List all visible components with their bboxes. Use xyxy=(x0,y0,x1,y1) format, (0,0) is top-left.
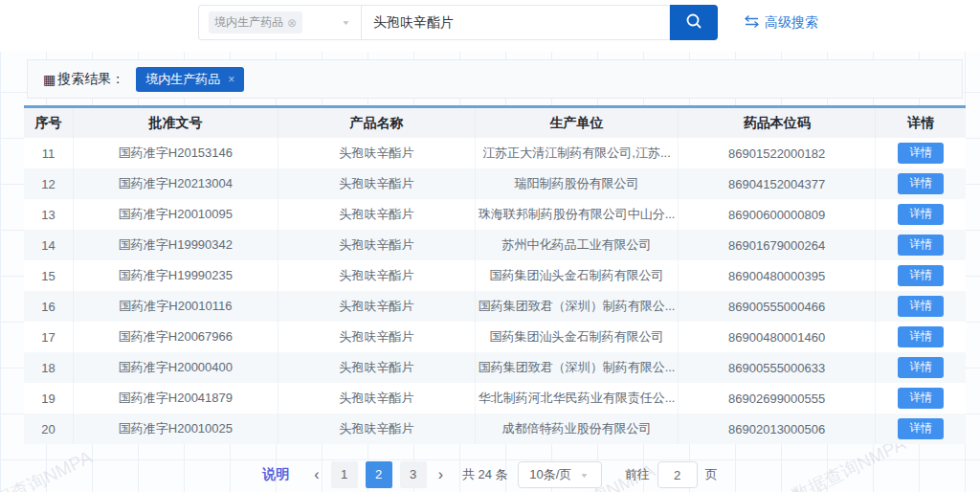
table-row: 17国药准字H20067966头孢呋辛酯片国药集团汕头金石制药有限公司86900… xyxy=(24,322,966,352)
advanced-search-link[interactable]: 高级搜索 xyxy=(745,5,818,40)
cell-product-name: 头孢呋辛酯片 xyxy=(278,199,477,230)
goto-label: 前往 xyxy=(625,466,650,483)
column-header-detail: 详情 xyxy=(876,108,965,138)
column-header-product-name: 产品名称 xyxy=(278,108,477,138)
detail-button[interactable]: 详情 xyxy=(898,296,944,317)
note-link[interactable]: 说明 xyxy=(262,466,289,483)
cell-approval-no: 国药准字H20010025 xyxy=(74,414,278,444)
cell-product-name: 头孢呋辛酯片 xyxy=(278,291,477,322)
total-count-label: 共 24 条 xyxy=(462,466,508,483)
column-header-index: 序号 xyxy=(24,108,74,138)
cell-detail: 详情 xyxy=(876,199,965,230)
cell-manufacturer: 国药集团汕头金石制药有限公司 xyxy=(476,322,679,352)
search-bar: 境内生产药品 ⊗ ▼ 高级搜索 xyxy=(198,5,818,40)
detail-button[interactable]: 详情 xyxy=(898,235,944,256)
cell-approval-no: 国药准字H20000400 xyxy=(74,352,278,383)
cell-approval-no: 国药准字H19990235 xyxy=(74,260,278,291)
goto-page-input[interactable] xyxy=(657,461,698,488)
cell-manufacturer: 国药集团致君（深圳）制药有限公... xyxy=(476,352,679,383)
cell-code: 86900555000466 xyxy=(679,291,877,322)
cell-manufacturer: 苏州中化药品工业有限公司 xyxy=(476,230,679,260)
detail-button[interactable]: 详情 xyxy=(898,204,944,225)
active-filter-tag[interactable]: 境内生产药品 × xyxy=(136,67,244,92)
detail-button[interactable]: 详情 xyxy=(898,326,944,347)
cell-detail: 详情 xyxy=(876,138,965,168)
cell-product-name: 头孢呋辛酯片 xyxy=(278,138,477,168)
cell-approval-no: 国药准字H20153146 xyxy=(74,138,278,168)
page-button-2[interactable]: 2 xyxy=(366,461,392,488)
detail-button[interactable]: 详情 xyxy=(898,143,944,164)
grid-icon: ▦ xyxy=(43,72,56,87)
advanced-search-label: 高级搜索 xyxy=(765,14,818,32)
detail-button[interactable]: 详情 xyxy=(898,265,944,286)
chevron-down-icon: ▼ xyxy=(342,19,351,26)
cell-code: 86901522000182 xyxy=(679,138,877,168)
cell-index: 11 xyxy=(24,138,74,168)
column-header-manufacturer: 生产单位 xyxy=(476,108,679,138)
detail-button[interactable]: 详情 xyxy=(898,357,944,378)
cell-product-name: 头孢呋辛酯片 xyxy=(278,230,477,260)
cell-code: 86900555000633 xyxy=(679,352,877,383)
column-header-approval-no: 批准文号 xyxy=(74,108,278,138)
search-input[interactable] xyxy=(361,5,670,40)
category-select[interactable]: 境内生产药品 ⊗ ▼ xyxy=(198,5,361,40)
cell-index: 16 xyxy=(24,291,74,322)
cell-index: 17 xyxy=(24,322,74,352)
category-tag-close-icon[interactable]: ⊗ xyxy=(287,16,297,30)
cell-manufacturer: 成都倍特药业股份有限公司 xyxy=(476,414,679,444)
search-icon xyxy=(684,11,703,34)
cell-index: 20 xyxy=(24,414,74,444)
cell-product-name: 头孢呋辛酯片 xyxy=(278,352,477,383)
cell-approval-no: 国药准字H20067966 xyxy=(74,322,278,352)
prev-page-icon[interactable]: ‹ xyxy=(306,461,326,488)
cell-detail: 详情 xyxy=(876,168,965,199)
page-button-3[interactable]: 3 xyxy=(400,461,427,488)
results-table: 序号 批准文号 产品名称 生产单位 药品本位码 详情 11国药准字H201531… xyxy=(24,105,966,444)
column-header-code: 药品本位码 xyxy=(679,108,877,138)
cell-index: 13 xyxy=(24,199,74,230)
cell-index: 18 xyxy=(24,352,74,383)
cell-product-name: 头孢呋辛酯片 xyxy=(278,414,477,444)
table-row: 20国药准字H20010025头孢呋辛酯片成都倍特药业股份有限公司8690201… xyxy=(24,414,966,444)
detail-button[interactable]: 详情 xyxy=(898,388,944,409)
page-button-1[interactable]: 1 xyxy=(331,461,358,488)
search-button[interactable] xyxy=(670,5,718,40)
active-filter-tag-close-icon[interactable]: × xyxy=(228,73,234,86)
cell-detail: 详情 xyxy=(876,291,965,322)
category-tag-label: 境内生产药品 xyxy=(214,14,283,31)
cell-product-name: 头孢呋辛酯片 xyxy=(278,260,477,291)
cell-code: 86900600000809 xyxy=(679,199,877,230)
cell-code: 86902013000506 xyxy=(679,414,877,444)
table-row: 13国药准字H20010095头孢呋辛酯片珠海联邦制药股份有限公司中山分...8… xyxy=(24,199,966,230)
table-row: 11国药准字H20153146头孢呋辛酯片江苏正大清江制药有限公司,江苏...8… xyxy=(24,138,966,168)
cell-approval-no: 国药准字H20010095 xyxy=(74,199,278,230)
pager-pages: 123 xyxy=(327,461,431,488)
chevron-down-icon: ▼ xyxy=(580,472,590,479)
table-body: 11国药准字H20153146头孢呋辛酯片江苏正大清江制药有限公司,江苏...8… xyxy=(24,138,966,444)
cell-manufacturer: 华北制药河北华民药业有限责任公... xyxy=(476,383,679,414)
cell-index: 15 xyxy=(24,260,74,291)
cell-code: 86904152004377 xyxy=(679,168,877,199)
sliders-icon xyxy=(745,14,759,31)
category-tag[interactable]: 境内生产药品 ⊗ xyxy=(209,11,302,34)
detail-button[interactable]: 详情 xyxy=(898,173,944,194)
table-row: 16国药准字H20010116头孢呋辛酯片国药集团致君（深圳）制药有限公...8… xyxy=(24,291,966,322)
cell-manufacturer: 珠海联邦制药股份有限公司中山分... xyxy=(476,199,679,230)
cell-detail: 详情 xyxy=(876,322,965,352)
cell-detail: 详情 xyxy=(876,414,965,444)
page-size-select[interactable]: 10条/页 ▼ xyxy=(518,461,602,488)
next-page-icon[interactable]: › xyxy=(431,461,451,488)
cell-code: 86900480001460 xyxy=(679,322,877,352)
cell-manufacturer: 江苏正大清江制药有限公司,江苏... xyxy=(476,138,679,168)
cell-index: 14 xyxy=(24,230,74,260)
cell-detail: 详情 xyxy=(876,230,965,260)
cell-index: 19 xyxy=(24,383,74,414)
cell-manufacturer: 国药集团致君（深圳）制药有限公... xyxy=(476,291,679,322)
cell-approval-no: 国药准字H19990342 xyxy=(74,230,278,260)
cell-manufacturer: 国药集团汕头金石制药有限公司 xyxy=(476,260,679,291)
cell-index: 12 xyxy=(24,168,74,199)
cell-code: 86900480000395 xyxy=(679,260,877,291)
table-header-row: 序号 批准文号 产品名称 生产单位 药品本位码 详情 xyxy=(24,108,966,138)
results-label: 搜索结果： xyxy=(57,71,124,88)
detail-button[interactable]: 详情 xyxy=(898,418,944,439)
